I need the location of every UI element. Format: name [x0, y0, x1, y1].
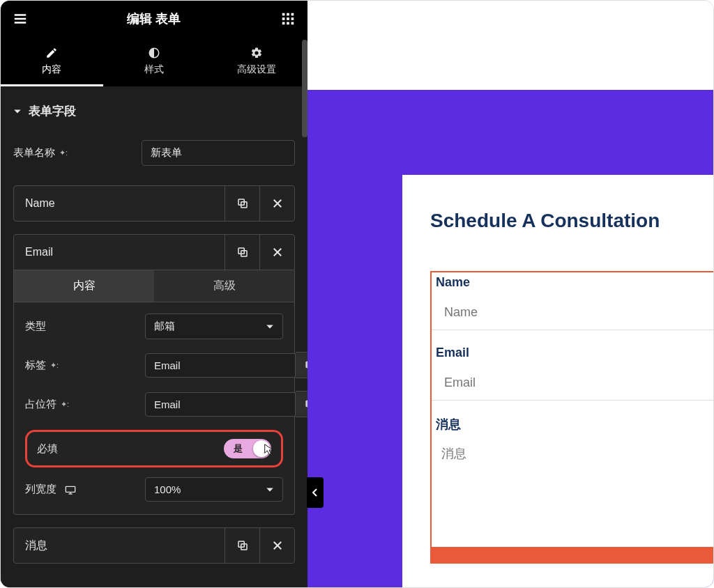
- copy-icon: [236, 197, 249, 210]
- required-row: 必填 是: [25, 430, 283, 467]
- tab-content[interactable]: 内容: [1, 37, 103, 86]
- ai-sparkle-icon: ✦:: [59, 148, 68, 157]
- svg-rect-6: [282, 17, 285, 20]
- close-icon: [271, 539, 284, 552]
- svg-rect-7: [287, 17, 289, 20]
- dynamic-tag-button[interactable]: [296, 352, 307, 378]
- form-label-message: 消息: [432, 413, 713, 438]
- form-input-email[interactable]: [432, 366, 713, 401]
- subtab-content[interactable]: 内容: [14, 270, 154, 302]
- subtab-advanced[interactable]: 高级: [154, 270, 294, 302]
- delete-button[interactable]: [259, 186, 294, 221]
- caret-down-icon: [13, 107, 22, 116]
- caret-down-icon: [266, 486, 274, 494]
- copy-icon: [236, 246, 249, 258]
- form-widget-selected[interactable]: Name Email 消息: [430, 271, 713, 564]
- widgets-button[interactable]: [278, 9, 298, 29]
- svg-rect-3: [282, 13, 285, 16]
- form-field-message: 消息: [432, 413, 713, 546]
- toggle-label: 是: [234, 442, 243, 455]
- duplicate-button[interactable]: [225, 186, 259, 221]
- desktop-icon[interactable]: [65, 485, 76, 495]
- colwidth-label: 列宽度: [25, 483, 137, 496]
- field-item-name[interactable]: Name: [13, 185, 295, 222]
- toggle-knob: [253, 440, 270, 457]
- field-subtabs: 内容 高级: [14, 270, 294, 302]
- submit-button-partial[interactable]: [432, 547, 713, 562]
- field-item-message[interactable]: 消息: [13, 527, 295, 564]
- svg-rect-5: [291, 13, 294, 16]
- field-item-detail: 内容 高级 类型 邮箱: [13, 270, 295, 515]
- form-label-email: Email: [432, 343, 713, 366]
- placeholder-input[interactable]: [145, 392, 296, 417]
- ai-sparkle-icon: ✦:: [50, 361, 59, 370]
- gear-icon: [250, 47, 263, 59]
- delete-button[interactable]: [259, 235, 294, 270]
- form-input-name[interactable]: [432, 295, 713, 330]
- svg-rect-22: [66, 486, 75, 492]
- dynamic-tag-button[interactable]: [296, 391, 307, 417]
- form-field-name: Name: [432, 272, 713, 330]
- field-item-label: 消息: [14, 539, 225, 553]
- required-label: 必填: [37, 442, 58, 456]
- svg-rect-4: [287, 13, 289, 16]
- tab-style-label: 样式: [144, 63, 164, 76]
- editor-panel: 编辑 表单 内容 样式 高级设置 表单字: [1, 1, 307, 587]
- form-label-name: Name: [432, 272, 713, 295]
- close-icon: [271, 246, 284, 258]
- field-item-label: Email: [14, 246, 225, 258]
- required-toggle[interactable]: 是: [224, 439, 271, 458]
- tab-advanced-label: 高级设置: [237, 63, 276, 76]
- svg-rect-11: [291, 22, 294, 25]
- type-select[interactable]: 邮箱: [145, 314, 283, 339]
- panel-tabs: 内容 样式 高级设置: [1, 37, 307, 86]
- placeholder-label: 占位符 ✦:: [25, 398, 137, 411]
- section-form-fields[interactable]: 表单字段: [13, 103, 295, 119]
- form-field-email: Email: [432, 343, 713, 401]
- panel-body: 表单字段 表单名称 ✦: Name: [1, 86, 307, 587]
- tab-style[interactable]: 样式: [103, 37, 206, 86]
- close-icon: [271, 197, 284, 210]
- contrast-icon: [148, 47, 160, 59]
- colwidth-select[interactable]: 100%: [145, 477, 283, 502]
- form-textarea-message[interactable]: [432, 438, 713, 543]
- type-label: 类型: [25, 320, 137, 333]
- caret-down-icon: [266, 323, 274, 331]
- pencil-icon: [45, 47, 58, 59]
- svg-rect-9: [282, 22, 285, 25]
- form-name-label: 表单名称 ✦:: [13, 146, 132, 160]
- label-label: 标签 ✦:: [25, 359, 137, 372]
- copy-icon: [236, 539, 249, 552]
- form-name-input[interactable]: [142, 140, 295, 166]
- svg-rect-8: [291, 17, 294, 20]
- svg-rect-10: [287, 22, 289, 25]
- field-item-list: Name Email: [13, 185, 295, 564]
- field-item-label: Name: [14, 197, 225, 210]
- menu-button[interactable]: [10, 9, 30, 29]
- tab-advanced[interactable]: 高级设置: [205, 37, 307, 86]
- chevron-left-icon: [312, 488, 319, 497]
- form-card: Schedule A Consultation Name Email 消息: [402, 175, 713, 587]
- delete-button[interactable]: [259, 528, 294, 563]
- panel-scrollbar[interactable]: [302, 37, 307, 176]
- label-input[interactable]: [145, 353, 296, 378]
- panel-collapse-button[interactable]: [307, 477, 324, 508]
- panel-title: 编辑 表单: [127, 10, 181, 27]
- field-item-email[interactable]: Email: [13, 234, 295, 270]
- preview-canvas: Schedule A Consultation Name Email 消息: [307, 1, 713, 587]
- ai-sparkle-icon: ✦:: [61, 400, 69, 409]
- section-title: 表单字段: [29, 103, 76, 119]
- panel-header: 编辑 表单: [1, 1, 307, 37]
- tab-content-label: 内容: [42, 63, 61, 76]
- duplicate-button[interactable]: [225, 528, 259, 563]
- form-name-row: 表单名称 ✦:: [13, 140, 295, 166]
- duplicate-button[interactable]: [225, 235, 259, 270]
- form-heading: Schedule A Consultation: [430, 210, 713, 232]
